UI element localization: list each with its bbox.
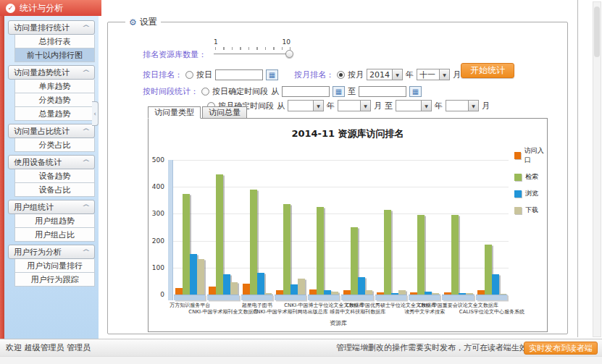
daily-rank-label: 按日排名： bbox=[143, 69, 183, 80]
sidebar-section-label: 使用设备统计 bbox=[14, 157, 62, 168]
settings-title: 设置 bbox=[140, 16, 157, 28]
monthly-radio-label[interactable]: 按月 bbox=[348, 69, 364, 80]
chevron-up-icon: ^ bbox=[82, 24, 91, 31]
period-day-from-input[interactable] bbox=[282, 86, 330, 97]
calendar-icon[interactable]: ▦ bbox=[333, 86, 345, 97]
daily-radio[interactable] bbox=[185, 71, 193, 79]
bar-下载 bbox=[230, 282, 238, 295]
period-day-to-input[interactable] bbox=[359, 86, 406, 97]
bar-检索 bbox=[417, 215, 425, 295]
vertical-scrollbar[interactable] bbox=[593, 1, 601, 337]
sidebar-item[interactable]: 用户访问量排行 bbox=[14, 259, 95, 273]
floor-segment bbox=[308, 295, 339, 300]
bar-浏览 bbox=[290, 284, 298, 295]
sidebar-item[interactable]: 用户行为跟踪 bbox=[14, 273, 95, 287]
floor-segment bbox=[409, 295, 440, 300]
y-axis-tick-label: 200 bbox=[148, 237, 164, 245]
sidebar-item[interactable]: 分类趋势 bbox=[14, 93, 95, 107]
year-select[interactable]: 2014▼ bbox=[367, 69, 403, 80]
daily-radio-label[interactable]: 按日 bbox=[196, 69, 212, 80]
bar-group bbox=[307, 160, 340, 300]
legend-swatch bbox=[514, 207, 522, 214]
sidebar-item[interactable]: 用户组趋势 bbox=[14, 214, 95, 228]
bar-检索 bbox=[250, 190, 257, 295]
period-from-month-select[interactable]: ▼ bbox=[338, 100, 371, 111]
bar-浏览 bbox=[492, 274, 499, 295]
scrollbar-thumb[interactable] bbox=[594, 7, 600, 57]
sidebar-item[interactable]: 设备趋势 bbox=[14, 169, 95, 183]
floor-segment bbox=[207, 295, 238, 300]
period-from-year-select[interactable]: ▼ bbox=[288, 100, 324, 111]
calendar-icon[interactable]: ▦ bbox=[409, 86, 422, 97]
slider-handle[interactable] bbox=[285, 50, 293, 58]
daily-date-input[interactable] bbox=[215, 69, 263, 80]
month-select[interactable]: 十一▼ bbox=[417, 69, 450, 80]
legend-label: 检索 bbox=[525, 172, 538, 182]
sidebar-item[interactable]: 总排行表 bbox=[14, 35, 95, 48]
bar-检索 bbox=[351, 227, 358, 295]
x-axis-category-label: 读秀中文学术搜索 bbox=[404, 308, 445, 316]
monthly-radio[interactable] bbox=[337, 71, 345, 79]
period-to-month-select[interactable]: ▼ bbox=[446, 100, 479, 111]
sidebar-section-header[interactable]: 访问量占比统计^ bbox=[8, 124, 95, 138]
sidebar-item[interactable]: 单库趋势 bbox=[14, 80, 95, 93]
publish-hint-text: 管理端增删改的操作需要实时发布，方可在读者端生效！ bbox=[336, 342, 535, 353]
sidebar-item[interactable]: 总量趋势 bbox=[14, 107, 95, 121]
legend-item: 访问入口 bbox=[514, 146, 547, 165]
bar-访问入口 bbox=[243, 284, 250, 295]
bar-检索 bbox=[317, 207, 324, 295]
chart-title: 2014-11 资源库访问排名 bbox=[149, 127, 547, 140]
period-day-radio-label[interactable]: 按日确定时间段 bbox=[212, 86, 268, 97]
bar-浏览 bbox=[190, 254, 197, 295]
sidebar-section-header[interactable]: 用户行为分析^ bbox=[8, 245, 95, 259]
floor-segment bbox=[241, 295, 272, 300]
sidebar-collapse-handle[interactable]: ‹ bbox=[92, 101, 99, 126]
sidebar: 访问量排行统计^总排行表前十以内排行图访问量趋势统计^单库趋势分类趋势总量趋势访… bbox=[4, 16, 99, 339]
content-divider bbox=[577, 0, 578, 337]
bar-检索 bbox=[216, 174, 223, 295]
rank-count-slider[interactable]: 1 10 bbox=[214, 38, 292, 60]
calendar-icon[interactable]: ▦ bbox=[266, 69, 278, 80]
to-label: 至 bbox=[348, 86, 356, 97]
y-axis-tick-label: 500 bbox=[148, 156, 164, 164]
y-axis-tick-label: 0 bbox=[148, 291, 164, 298]
start-statistics-button[interactable]: 开始统计 bbox=[461, 63, 514, 78]
bar-下载 bbox=[298, 279, 305, 295]
year-unit: 年 bbox=[435, 101, 443, 111]
settings-legend: ⚙ 设置 bbox=[125, 16, 161, 28]
publish-button[interactable]: 实时发布到读者端 bbox=[524, 342, 598, 355]
year-unit: 年 bbox=[406, 69, 414, 80]
period-label: 按时间段统计： bbox=[143, 86, 198, 97]
sidebar-section-label: 用户组统计 bbox=[14, 202, 54, 213]
sidebar-item[interactable]: 用户组占比 bbox=[14, 228, 95, 242]
sidebar-section-header[interactable]: 访问量趋势统计^ bbox=[8, 65, 95, 80]
app-header: ✓ 统计与分析 bbox=[0, 0, 101, 16]
x-axis-labels: 万方知识服务平台CNKI-中国学术期刊全文数据库超星电子图书CNKI-中国学术期… bbox=[149, 300, 548, 319]
floor-segment bbox=[442, 295, 473, 300]
tab-inactive[interactable]: 访问总量 bbox=[202, 106, 247, 119]
sidebar-section-header[interactable]: 访问量排行统计^ bbox=[8, 20, 95, 35]
period-to-year-select[interactable]: ▼ bbox=[396, 100, 432, 111]
y-axis-tick-label: 100 bbox=[148, 264, 164, 271]
period-month-row: 按月确定时间段 从 ▼ 年 ▼ 月 至 ▼ 年 ▼ 月 bbox=[207, 100, 490, 111]
x-axis-category-label: CNKI-中国学术期刊全文数据库 bbox=[188, 308, 258, 316]
bar-group bbox=[340, 160, 374, 300]
tab-active[interactable]: 访问量类型 bbox=[148, 106, 201, 119]
legend-item: 下载 bbox=[514, 206, 547, 215]
bottom-strip bbox=[0, 356, 602, 364]
month-unit: 月 bbox=[482, 101, 490, 111]
chevron-down-icon: ▼ bbox=[392, 69, 402, 80]
slider-track[interactable] bbox=[214, 54, 292, 54]
sidebar-section-header[interactable]: 用户组统计^ bbox=[8, 200, 95, 214]
bar-检索 bbox=[283, 204, 290, 295]
legend-swatch bbox=[514, 152, 521, 159]
chevron-down-icon: ▼ bbox=[421, 101, 431, 111]
x-axis-category-label: 维普中文科技期刊数据库 bbox=[330, 308, 385, 316]
sidebar-item[interactable]: 前十以内排行图 bbox=[14, 48, 95, 62]
period-day-radio[interactable] bbox=[201, 88, 209, 96]
legend-item: 浏览 bbox=[514, 189, 547, 198]
sidebar-item[interactable]: 分类占比 bbox=[14, 138, 95, 152]
sidebar-section-header[interactable]: 使用设备统计^ bbox=[8, 155, 95, 169]
sidebar-item[interactable]: 设备占比 bbox=[14, 183, 95, 197]
chart-legend: 访问入口检索浏览下载 bbox=[514, 146, 547, 215]
